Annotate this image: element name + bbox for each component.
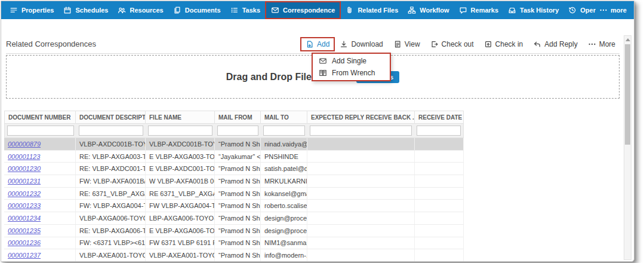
filter-cell	[76, 124, 146, 137]
people-icon	[118, 6, 126, 14]
column-header[interactable]: EXPECTED REPLY RECEIVE BACK ...	[307, 111, 415, 124]
cell-expected-reply	[307, 188, 415, 200]
filter-cell	[5, 124, 76, 137]
column-header[interactable]: MAIL TO	[261, 111, 307, 124]
cell-receive-date	[415, 249, 464, 261]
cell-expected-reply	[307, 212, 415, 224]
cell-mail-from: “Pramod N Shi...	[215, 225, 261, 237]
correspondence-table: DOCUMENT NUMBER DOCUMENT DESCRIPTI... FI…	[4, 111, 464, 262]
cell-file-name: E VLBP-AXDC001-TOYO-...	[146, 163, 215, 175]
filter-input[interactable]	[217, 126, 258, 136]
filter-input[interactable]	[7, 126, 74, 136]
document-number-link[interactable]: 000001236	[8, 239, 41, 246]
toolbar-button-label: Download	[351, 40, 383, 48]
cell-receive-date	[415, 151, 464, 163]
operations-log-icon	[568, 6, 577, 14]
nav-tab[interactable]: Schedules	[58, 1, 113, 19]
table-row[interactable]: 000001234 VLBP-AXGA006-TOYO-P... LBP-AXG…	[4, 212, 464, 225]
nav-tab-label: Related Files	[358, 7, 398, 14]
nav-tab[interactable]: Workflow	[403, 1, 454, 19]
table-row[interactable]: 000001231 FW: VLBP-AXFA001B/00... W VLBP…	[4, 175, 464, 188]
table-row[interactable]: 000001235 RE: VLBP-AXGA006-TOY... E VLBP…	[4, 225, 464, 237]
nav-more-button[interactable]: more	[596, 6, 630, 14]
menu-item[interactable]: From Wrench	[313, 67, 390, 79]
scrollbar-thumb[interactable]	[625, 44, 630, 145]
document-number-link[interactable]: 000000879	[8, 140, 41, 148]
cell-mail-from: “Pramod N Shi...	[215, 163, 261, 175]
document-number-link[interactable]: 000001235	[8, 227, 41, 234]
nav-tab-label: Properties	[21, 7, 54, 14]
table-row[interactable]: 000001232 RE: 6371_VLBP_AXGA00... RE 637…	[4, 188, 464, 200]
column-header[interactable]: DOCUMENT NUMBER	[4, 111, 76, 124]
toolbar-button[interactable]: Download	[335, 38, 387, 50]
filter-input[interactable]	[310, 126, 412, 136]
document-number-link[interactable]: 000001234	[8, 215, 41, 222]
filter-cell	[215, 124, 261, 137]
filter-input[interactable]	[263, 126, 305, 136]
nav-tab[interactable]: Properties	[5, 1, 58, 19]
column-header[interactable]: FILE NAME	[146, 111, 215, 124]
cell-document-number: 000001237	[4, 249, 76, 261]
column-header[interactable]: RECEIVE DATE	[415, 111, 464, 124]
add-document-icon	[306, 40, 314, 48]
toolbar-button[interactable]: Add Reply	[529, 38, 581, 50]
nav-tab-label: Correspondence	[283, 7, 335, 14]
table-row[interactable]: 000001236 FW: <6371 VLBP><6191 ... FW 63…	[4, 237, 464, 250]
nav-tab[interactable]: Resources	[113, 1, 168, 19]
toolbar-button[interactable]: More	[584, 38, 620, 50]
cell-document-description: RE: 6371_VLBP_AXGA00...	[76, 188, 146, 200]
column-header[interactable]: MAIL FROM	[215, 111, 261, 124]
filter-input[interactable]	[148, 126, 212, 136]
nav-tab[interactable]: Remarks	[454, 1, 503, 19]
cell-document-description: VLBP-AXDC001B-TOYO-...	[76, 138, 146, 150]
table-row[interactable]: 000001123 RE: VLBP-AXGA003-TOY... E VLBP…	[4, 151, 464, 163]
cell-mail-to: PNSHINDE	[261, 151, 307, 163]
cell-document-description: RE: VLBP-AXGA003-TOY...	[76, 151, 146, 163]
cell-document-description: VLBP-AXEA001-TOYO-M...	[76, 249, 146, 261]
cell-expected-reply	[307, 163, 415, 175]
nav-tab-label: Workflow	[420, 7, 449, 14]
toolbar-button[interactable]: Check out	[426, 38, 478, 50]
table-row[interactable]: 000001237 VLBP-AXEA001-TOYO-M... VLBP-AX…	[4, 249, 464, 262]
toolbar-button-label: Add	[317, 40, 329, 48]
cell-file-name: FW 6371 VLBP 6191 Pen...	[146, 237, 215, 249]
document-number-link[interactable]: 000001231	[8, 178, 41, 185]
cell-file-name: W VLBP-AXFA001B 003A...	[146, 175, 215, 187]
cell-file-name: RE 6371_VLBP_AXGA00...	[146, 188, 215, 200]
nav-tab[interactable]: Operations Log	[563, 1, 596, 19]
toolbar-button[interactable]: Add	[301, 38, 334, 50]
document-number-link[interactable]: 000001233	[8, 202, 41, 209]
nav-tab-label: Documents	[185, 7, 221, 14]
menu-item[interactable]: Add Single	[313, 55, 390, 67]
nav-tab[interactable]: Related Files	[341, 1, 403, 19]
filter-row	[4, 124, 464, 138]
nav-tab[interactable]: Correspondence	[265, 1, 341, 19]
filter-input[interactable]	[79, 126, 144, 136]
document-number-link[interactable]: 000001123	[8, 153, 40, 160]
top-navigation: Properties Schedules Resources Documents	[1, 1, 634, 19]
table-row[interactable]: 000000879 VLBP-AXDC001B-TOYO-... VLBP-AX…	[4, 138, 464, 151]
cell-mail-to: design@proce...	[261, 225, 307, 237]
cell-file-name: VLBP-AXEA001-TOYO-M...	[146, 249, 215, 261]
filter-input[interactable]	[417, 126, 461, 136]
cell-mail-to: kokansel@gma...	[261, 188, 307, 200]
cell-document-description: FW: VLBP-AXGA004-TOY...	[76, 200, 146, 212]
scroll-up-arrow-icon[interactable]	[624, 36, 631, 43]
document-number-link[interactable]: 000001230	[8, 165, 41, 172]
menu-item-label: Add Single	[332, 57, 366, 65]
cell-document-number: 000001235	[4, 225, 76, 237]
cell-document-number: 000001234	[4, 212, 76, 224]
table-row[interactable]: 000001230 RE: VLBP-AXDC001-TOY... E VLBP…	[4, 163, 464, 175]
vertical-scrollbar[interactable]	[624, 35, 631, 260]
document-number-link[interactable]: 000001232	[8, 190, 41, 197]
cell-receive-date	[415, 225, 464, 237]
toolbar-button[interactable]: Check in	[480, 38, 528, 50]
document-number-link[interactable]: 000001237	[8, 252, 41, 259]
nav-tab[interactable]: Tasks	[226, 1, 265, 19]
toolbar-button[interactable]: View	[389, 38, 424, 50]
column-header[interactable]: DOCUMENT DESCRIPTI...	[76, 111, 146, 124]
workflow-icon	[408, 6, 416, 14]
nav-tab[interactable]: Documents	[168, 1, 226, 19]
nav-tab[interactable]: Task History	[503, 1, 563, 19]
table-row[interactable]: 000001233 FW: VLBP-AXGA004-TOY... FW VLB…	[4, 200, 464, 212]
